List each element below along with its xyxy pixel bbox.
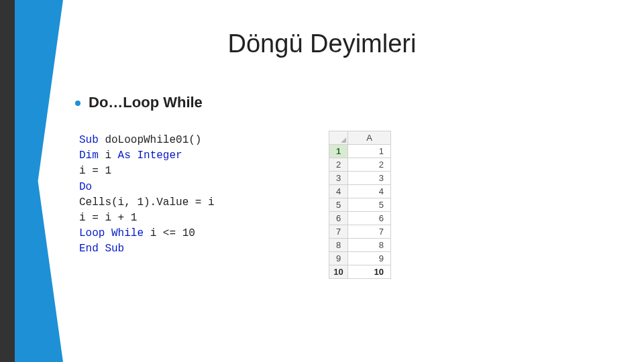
cell: 7	[348, 225, 391, 239]
cell: 1	[348, 145, 391, 158]
cell: 9	[348, 252, 391, 265]
row-header: 3	[329, 172, 348, 185]
cell: 6	[348, 212, 391, 225]
row-header: 2	[329, 158, 348, 172]
row-header: 8	[329, 239, 348, 252]
sheet-corner	[329, 131, 348, 145]
row-header: 4	[329, 185, 348, 198]
row-header: 7	[329, 225, 348, 239]
row-header: 10	[329, 265, 348, 279]
vba-code-block: Sub doLoopWhile01() Dim i As Integer i =…	[79, 133, 280, 257]
row-header: 1	[329, 145, 348, 158]
cell: 3	[348, 172, 391, 185]
col-header-A: A	[348, 131, 391, 145]
row-header: 6	[329, 212, 348, 225]
row-header: 9	[329, 252, 348, 265]
cell: 8	[348, 239, 391, 252]
excel-output-table: A 11 22 33 44 55 66 77 88 99 1010	[329, 131, 391, 279]
cell: 4	[348, 185, 391, 198]
bullet-item: Do…Loop While	[75, 94, 203, 111]
cell: 5	[348, 198, 391, 212]
bullet-text: Do…Loop While	[89, 94, 203, 111]
cell: 2	[348, 158, 391, 172]
bullet-dot-icon	[75, 101, 80, 106]
slide-title: Döngü Deyimleri	[0, 29, 644, 58]
row-header: 5	[329, 198, 348, 212]
cell: 10	[348, 265, 391, 279]
